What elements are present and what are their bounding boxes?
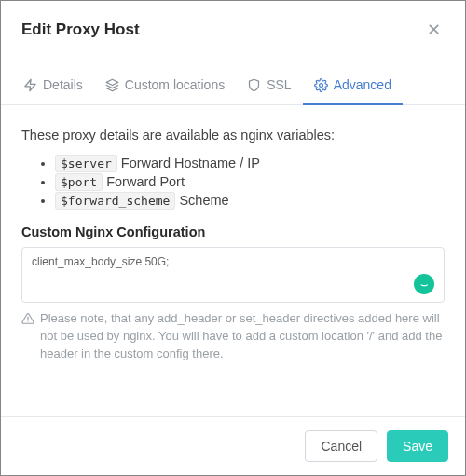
code-var: $port <box>55 173 103 191</box>
tab-details-label: Details <box>43 77 83 92</box>
svg-point-2 <box>319 83 322 87</box>
tab-advanced-label: Advanced <box>334 77 391 92</box>
tab-details[interactable]: Details <box>12 68 94 105</box>
shield-icon <box>247 78 261 92</box>
svg-marker-1 <box>106 79 118 85</box>
dialog-footer: Cancel Save <box>1 416 465 475</box>
info-note: Please note, that any add_header or set_… <box>21 310 445 363</box>
config-label: Custom Nginx Configuration <box>21 224 445 239</box>
tab-content-advanced: These proxy details are available as ngi… <box>1 105 465 367</box>
custom-nginx-config-input[interactable] <box>32 255 434 268</box>
tab-ssl[interactable]: SSL <box>236 68 302 105</box>
bolt-icon <box>23 78 37 92</box>
var-desc: Scheme <box>179 193 228 208</box>
nginx-variables-list: $server Forward Hostname / IP $port Forw… <box>21 156 445 208</box>
tab-advanced[interactable]: Advanced <box>303 68 403 105</box>
dialog-header: Edit Proxy Host ✕ <box>1 1 465 57</box>
info-note-text: Please note, that any add_header or set_… <box>40 310 445 363</box>
grammarly-icon[interactable]: ⌣ <box>414 274 434 294</box>
close-icon: ✕ <box>427 20 441 39</box>
settings-icon <box>314 78 328 92</box>
close-button[interactable]: ✕ <box>423 18 445 42</box>
var-desc: Forward Hostname / IP <box>121 156 260 170</box>
tab-ssl-label: SSL <box>267 77 291 92</box>
list-item: $port Forward Port <box>55 174 445 189</box>
list-item: $server Forward Hostname / IP <box>55 156 445 170</box>
var-desc: Forward Port <box>106 174 185 189</box>
tab-custom-locations-label: Custom locations <box>125 77 225 92</box>
svg-marker-0 <box>25 79 35 91</box>
cancel-button[interactable]: Cancel <box>305 430 377 462</box>
custom-nginx-config-field[interactable]: ⌣ <box>21 247 445 303</box>
save-button[interactable]: Save <box>387 430 448 462</box>
warning-icon <box>21 312 34 325</box>
tab-custom-locations[interactable]: Custom locations <box>94 68 236 105</box>
tab-bar: Details Custom locations SSL Advanced <box>1 68 465 105</box>
dialog-title: Edit Proxy Host <box>21 20 140 39</box>
code-var: $forward_scheme <box>55 192 175 210</box>
code-var: $server <box>55 155 117 172</box>
intro-text: These proxy details are available as ngi… <box>21 128 445 143</box>
list-item: $forward_scheme Scheme <box>55 193 445 208</box>
layers-icon <box>105 78 119 92</box>
